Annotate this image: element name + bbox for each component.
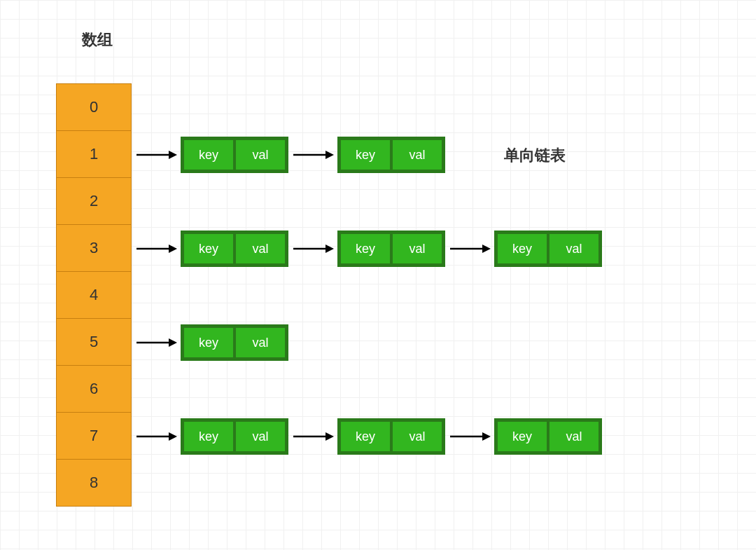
list-node: keyval [337,231,445,267]
list-node: keyval [181,418,288,455]
node-key: key [341,140,390,170]
chain-row-5: keyval [132,319,288,366]
svg-marker-11 [169,338,177,347]
arrow-icon [445,242,494,256]
array-cell-4: 4 [56,271,132,319]
array-cell-0: 0 [56,83,132,131]
linked-list-title: 单向链表 [504,145,566,166]
node-val: val [393,422,442,451]
array-cell-8: 8 [56,459,132,507]
chain-row-3: keyvalkeyvalkeyval [132,225,602,273]
svg-marker-5 [169,245,177,253]
node-val: val [550,422,598,451]
chain-row-1: keyvalkeyval [132,131,445,179]
chain-row-7: keyvalkeyvalkeyval [132,413,602,460]
list-node: keyval [181,324,288,361]
list-node: keyval [337,137,445,173]
arrow-icon [132,148,181,162]
node-val: val [236,140,285,170]
node-val: val [550,234,598,263]
list-node: keyval [337,418,445,455]
arrow-icon [288,429,337,444]
node-key: key [498,422,547,451]
arrow-icon [445,429,494,444]
arrow-icon [132,429,181,444]
svg-marker-13 [169,432,177,441]
arrow-icon [132,242,181,256]
node-key: key [184,234,233,263]
svg-marker-7 [326,245,334,253]
arrow-icon [288,148,337,162]
node-key: key [184,328,233,357]
array-column: 012345678 [56,84,132,507]
node-key: key [184,140,233,170]
node-key: key [184,422,233,451]
arrow-icon [132,336,181,350]
svg-marker-15 [326,432,334,441]
arrow-icon [288,242,337,256]
list-node: keyval [494,231,602,267]
svg-marker-9 [482,245,491,253]
array-cell-5: 5 [56,318,132,366]
svg-marker-1 [169,151,177,159]
node-key: key [341,234,390,263]
array-cell-1: 1 [56,130,132,178]
array-cell-6: 6 [56,365,132,413]
array-cell-3: 3 [56,224,132,272]
node-val: val [393,234,442,263]
svg-marker-3 [326,151,334,159]
list-node: keyval [181,137,288,173]
array-cell-2: 2 [56,177,132,225]
array-cell-7: 7 [56,412,132,460]
node-val: val [236,422,285,451]
node-val: val [393,140,442,170]
svg-marker-17 [482,432,491,441]
list-node: keyval [494,418,602,455]
node-val: val [236,234,285,263]
array-title: 数组 [82,29,113,50]
node-key: key [341,422,390,451]
node-val: val [236,328,285,357]
node-key: key [498,234,547,263]
list-node: keyval [181,231,288,267]
